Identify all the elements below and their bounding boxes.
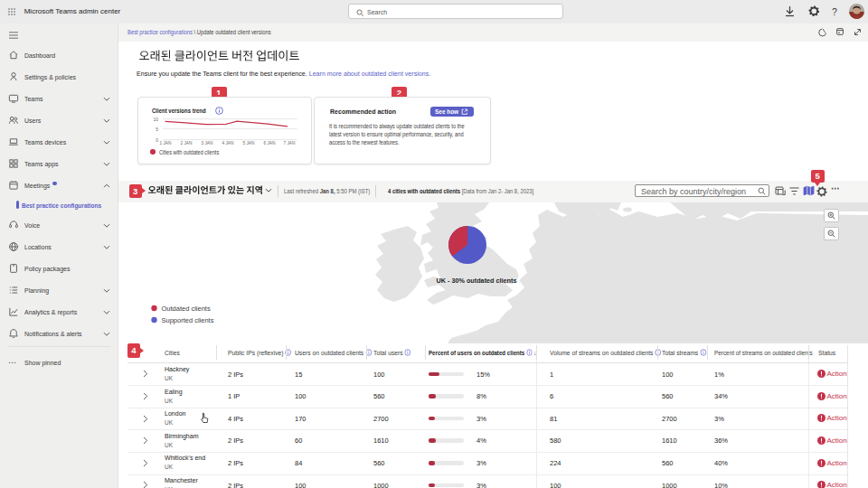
svg-text:2 JAN: 2 JAN xyxy=(180,141,193,145)
svg-text:5 JAN: 5 JAN xyxy=(242,141,255,145)
svg-text:10: 10 xyxy=(153,117,158,122)
svg-text:0: 0 xyxy=(156,137,158,143)
svg-text:6 JAN: 6 JAN xyxy=(263,141,276,145)
svg-text:Outdated clients: Outdated clients xyxy=(162,305,211,313)
svg-text:1 JAN: 1 JAN xyxy=(159,141,172,145)
svg-text:3 JAN: 3 JAN xyxy=(201,141,213,145)
svg-text:Supported clients: Supported clients xyxy=(162,316,214,324)
svg-text:4 JAN: 4 JAN xyxy=(222,141,234,145)
svg-text:UK - 30% outdated clients: UK - 30% outdated clients xyxy=(437,277,517,285)
svg-text:7 JAN: 7 JAN xyxy=(283,141,296,145)
svg-text:5: 5 xyxy=(156,127,158,132)
